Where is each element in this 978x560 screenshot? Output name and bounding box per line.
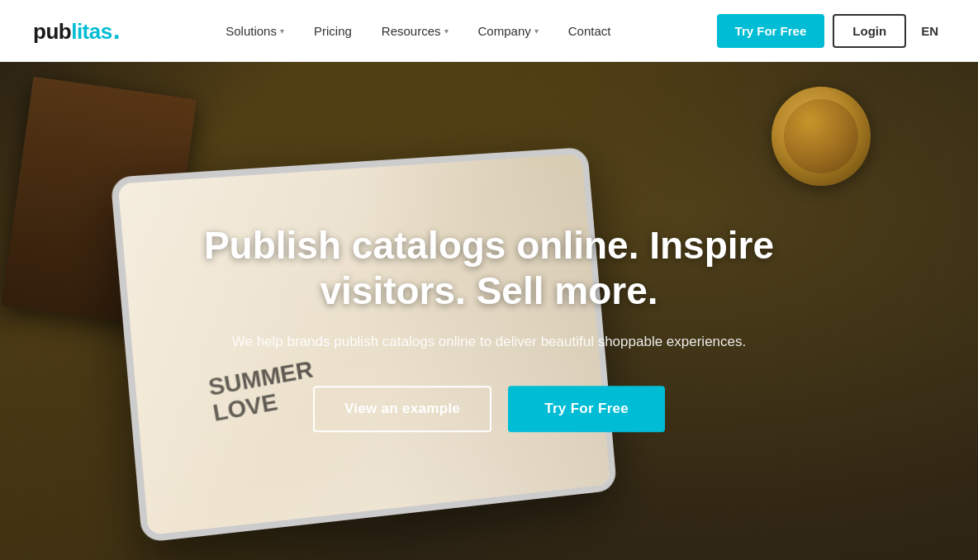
nav-actions: Try For Free Login EN (717, 14, 945, 48)
hero-headline: Publish catalogs online. Inspire visitor… (167, 223, 811, 314)
company-chevron-icon: ▾ (534, 26, 539, 36)
logo-dot: . (113, 15, 120, 45)
try-for-free-button[interactable]: Try For Free (717, 14, 825, 48)
language-selector[interactable]: EN (914, 24, 945, 38)
login-button[interactable]: Login (833, 14, 906, 48)
nav-pricing[interactable]: Pricing (299, 0, 367, 62)
main-nav: Solutions ▾ Pricing Resources ▾ Company … (211, 0, 625, 62)
try-for-free-hero-button[interactable]: Try For Free (508, 386, 665, 432)
logo[interactable]: publitas. (33, 17, 120, 45)
view-example-button[interactable]: View an example (313, 386, 491, 432)
coffee-cup-prop (771, 87, 871, 186)
nav-contact[interactable]: Contact (553, 0, 626, 62)
logo-litas: litas (71, 19, 112, 44)
logo-pub: pub (33, 19, 71, 44)
hero-buttons: View an example Try For Free (167, 386, 811, 432)
header: publitas. Solutions ▾ Pricing Resources … (0, 0, 978, 62)
hero-section: Publish catalogs online. Inspire visitor… (0, 62, 978, 560)
solutions-chevron-icon: ▾ (280, 26, 284, 36)
hero-subtext: We help brands publish catalogs online t… (167, 330, 811, 353)
nav-resources[interactable]: Resources ▾ (367, 0, 463, 62)
resources-chevron-icon: ▾ (444, 26, 449, 36)
nav-solutions[interactable]: Solutions ▾ (211, 0, 299, 62)
hero-content: Publish catalogs online. Inspire visitor… (167, 223, 811, 433)
nav-company[interactable]: Company ▾ (463, 0, 553, 62)
